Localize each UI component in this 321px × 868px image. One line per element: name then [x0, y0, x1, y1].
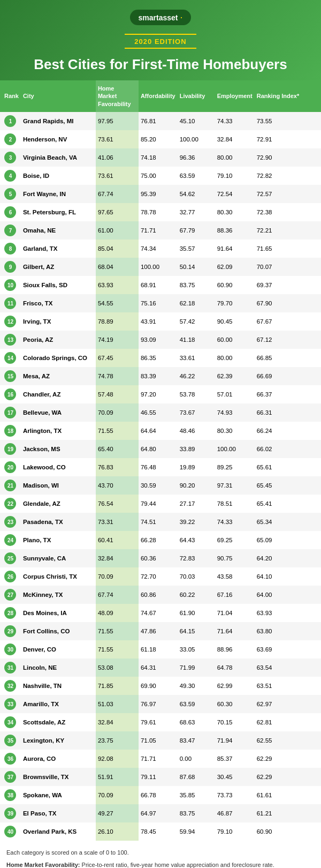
city-name: Chandler, AZ: [23, 391, 61, 398]
livability-cell: 48.46: [178, 422, 215, 440]
home_market-cell: 32.84: [96, 713, 139, 731]
home_market-cell: 73.61: [96, 130, 139, 148]
home_market-cell: 73.61: [96, 167, 139, 185]
col-home-market: HomeMarketFavorability: [96, 80, 139, 112]
city-cell: Lakewood, CO: [21, 458, 96, 476]
ranking_index-cell: 60.90: [255, 822, 321, 841]
home_market-cell: 76.83: [96, 458, 139, 476]
rank-cell: 22: [0, 495, 21, 513]
livability-cell: 33.61: [178, 349, 215, 367]
rank-badge: 30: [4, 643, 16, 655]
ranking_index-cell: 63.54: [255, 659, 321, 677]
table-row: 19Jackson, MS65.4064.8033.89100.0066.02: [0, 440, 321, 458]
livability-cell: 90.20: [178, 476, 215, 495]
affordability-cell: 100.00: [139, 258, 178, 276]
affordability-cell: 47.86: [139, 622, 178, 640]
city-cell: Peoria, AZ: [21, 331, 96, 349]
city-name: Pasadena, TX: [23, 519, 63, 525]
affordability-cell: 46.55: [139, 403, 178, 422]
rank-badge: 21: [4, 480, 16, 491]
affordability-cell: 95.39: [139, 185, 178, 203]
home_market-cell: 74.78: [96, 367, 139, 385]
employment-cell: 43.58: [215, 567, 255, 586]
city-cell: Chandler, AZ: [21, 385, 96, 403]
rank-badge: 22: [4, 498, 16, 510]
city-cell: El Paso, TX: [21, 804, 96, 822]
city-name: Des Moines, IA: [23, 610, 67, 616]
employment-cell: 62.09: [215, 258, 255, 276]
affordability-cell: 68.91: [139, 276, 178, 294]
city-cell: Omaha, NE: [21, 221, 96, 240]
ranking_index-cell: 64.10: [255, 567, 321, 586]
ranking_index-cell: 62.55: [255, 731, 321, 750]
ranking_index-cell: 70.07: [255, 258, 321, 276]
table-row: 2Henderson, NV73.6185.20100.0032.8472.91: [0, 130, 321, 148]
table-row: 22Glendale, AZ76.5479.4427.1778.5165.41: [0, 495, 321, 513]
city-name: Corpus Christi, TX: [23, 573, 77, 580]
employment-cell: 88.36: [215, 221, 255, 240]
header: smartasset· 2020 EDITION Best Cities for…: [0, 0, 321, 80]
table-row: 6St. Petersburg, FL97.6578.7832.7780.307…: [0, 203, 321, 221]
rank-cell: 2: [0, 130, 21, 148]
ranking_index-cell: 66.85: [255, 349, 321, 367]
ranking_index-cell: 72.57: [255, 185, 321, 203]
livability-cell: 63.59: [178, 695, 215, 713]
col-employment: Employment: [215, 80, 255, 112]
city-cell: Overland Park, KS: [21, 822, 96, 841]
city-cell: Scottsdale, AZ: [21, 713, 96, 731]
rank-badge: 32: [4, 680, 16, 692]
rank-badge: 34: [4, 716, 16, 728]
home_market-cell: 74.19: [96, 331, 139, 349]
home_market-cell: 41.06: [96, 148, 139, 167]
home_market-cell: 67.74: [96, 586, 139, 604]
livability-cell: 83.75: [178, 276, 215, 294]
rank-cell: 33: [0, 695, 21, 713]
city-cell: Plano, TX: [21, 531, 96, 549]
livability-cell: 41.18: [178, 331, 215, 349]
livability-cell: 46.22: [178, 367, 215, 385]
home-market-def: Home Market Favorability: Home Market Fa…: [6, 860, 315, 868]
livability-cell: 57.42: [178, 312, 215, 331]
city-name: McKinney, TX: [23, 592, 63, 598]
table-row: 9Gilbert, AZ68.04100.0050.1462.0970.07: [0, 258, 321, 276]
ranking_index-cell: 61.21: [255, 804, 321, 822]
footnotes: Each category is scored on a scale of 0 …: [0, 841, 321, 868]
employment-cell: 72.54: [215, 185, 255, 203]
livability-cell: 72.83: [178, 549, 215, 567]
ranking_index-cell: 62.29: [255, 768, 321, 786]
affordability-cell: 79.61: [139, 713, 178, 731]
rank-badge: 5: [4, 188, 16, 200]
city-name: Bellevue, WA: [23, 409, 62, 416]
home_market-cell: 65.40: [96, 440, 139, 458]
col-ranking-index: Ranking Index*: [255, 80, 321, 112]
city-name: Madison, WI: [23, 482, 59, 489]
city-name: Aurora, CO: [23, 755, 56, 762]
table-row: 23Pasadena, TX73.3174.5139.2274.3365.34: [0, 513, 321, 531]
table-row: 33Amarillo, TX51.0376.9763.5960.3062.97: [0, 695, 321, 713]
rank-badge: 13: [4, 334, 16, 346]
table-row: 37Brownsville, TX51.9179.1187.6830.4562.…: [0, 768, 321, 786]
rank-badge: 33: [4, 698, 16, 710]
city-name: Spokane, WA: [23, 792, 62, 798]
affordability-cell: 30.59: [139, 476, 178, 495]
home_market-cell: 68.04: [96, 258, 139, 276]
livability-cell: 27.17: [178, 495, 215, 513]
table-row: 10Sioux Falls, SD63.9368.9183.7560.9069.…: [0, 276, 321, 294]
city-name: Gilbert, AZ: [23, 264, 54, 270]
city-cell: Corpus Christi, TX: [21, 567, 96, 586]
table-body: 1Grand Rapids, MI97.9576.8145.1074.3373.…: [0, 112, 321, 841]
city-name: Frisco, TX: [23, 300, 53, 306]
city-cell: Lexington, KY: [21, 731, 96, 750]
home_market-cell: 49.27: [96, 804, 139, 822]
page-title: Best Cities for First-Time Homebuyers: [11, 56, 310, 73]
city-cell: Frisco, TX: [21, 294, 96, 312]
city-cell: Glendale, AZ: [21, 495, 96, 513]
city-name: Colorado Springs, CO: [23, 355, 87, 361]
affordability-cell: 61.18: [139, 640, 178, 659]
table-container: Rank City HomeMarketFavorability Afforda…: [0, 80, 321, 841]
col-city: City: [21, 80, 96, 112]
edition-banner: 2020 EDITION: [125, 34, 196, 49]
ranking_index-cell: 66.02: [255, 440, 321, 458]
rank-cell: 26: [0, 567, 21, 586]
home_market-cell: 70.09: [96, 567, 139, 586]
